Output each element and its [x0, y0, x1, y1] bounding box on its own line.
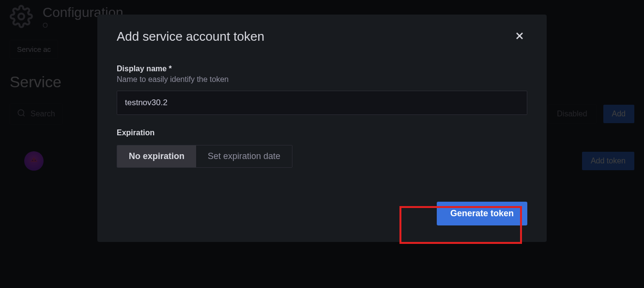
generate-token-button[interactable]: Generate token — [437, 202, 527, 225]
display-name-hint: Name to easily identify the token — [117, 75, 527, 84]
set-expiration-option[interactable]: Set expiration date — [196, 145, 292, 167]
add-token-modal: Add service account token Display name *… — [97, 15, 547, 242]
modal-overlay: Add service account token Display name *… — [0, 0, 644, 288]
expiration-toggle-group: No expiration Set expiration date — [117, 145, 292, 168]
display-name-input[interactable] — [117, 91, 527, 115]
close-icon — [514, 36, 525, 43]
no-expiration-option[interactable]: No expiration — [117, 145, 196, 167]
display-name-label: Display name * — [117, 64, 527, 73]
close-button[interactable] — [512, 28, 527, 45]
modal-title: Add service account token — [117, 29, 264, 44]
expiration-label: Expiration — [117, 128, 527, 137]
